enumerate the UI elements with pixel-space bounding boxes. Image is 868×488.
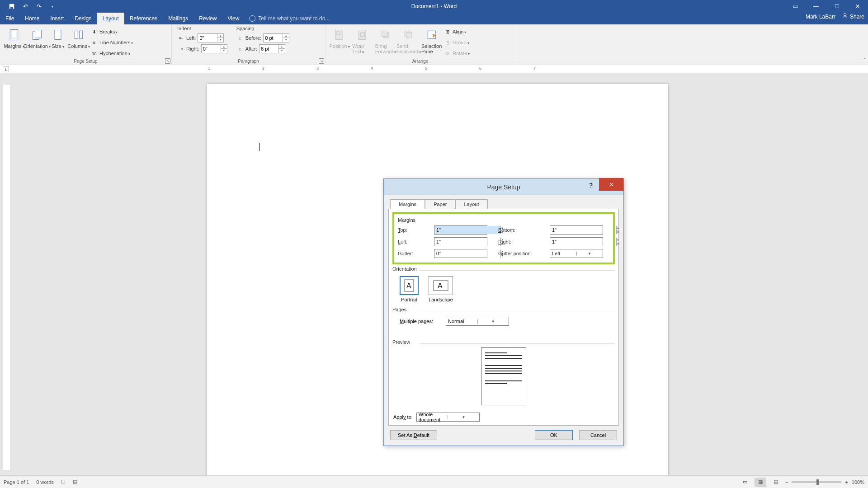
breaks-button[interactable]: ⬇Breaks bbox=[90, 27, 133, 37]
zoom-level[interactable]: 100% bbox=[852, 479, 864, 485]
portrait-option[interactable]: A Portrait bbox=[400, 276, 419, 302]
save-icon[interactable] bbox=[8, 3, 15, 10]
indent-left-input[interactable]: ▲▼ bbox=[198, 33, 224, 42]
minimize-icon[interactable]: — bbox=[806, 0, 826, 13]
undo-icon[interactable]: ↶ bbox=[22, 3, 29, 10]
top-margin-input[interactable]: ▲▼ bbox=[434, 225, 487, 235]
preview-thumbnail bbox=[481, 347, 526, 405]
tab-references[interactable]: References bbox=[124, 13, 163, 24]
close-icon[interactable]: ✕ bbox=[599, 178, 623, 191]
tab-view[interactable]: View bbox=[222, 13, 245, 24]
size-icon bbox=[51, 28, 65, 42]
indent-header: Indent bbox=[177, 26, 227, 32]
tab-review[interactable]: Review bbox=[193, 13, 222, 24]
tab-file[interactable]: File bbox=[0, 13, 19, 24]
margins-button[interactable]: Margins bbox=[3, 26, 25, 49]
tab-design[interactable]: Design bbox=[69, 13, 97, 24]
spacing-after-label: After: bbox=[245, 46, 257, 52]
landscape-icon: A bbox=[429, 276, 453, 295]
page-setup-dialog-launcher[interactable]: ↘ bbox=[165, 58, 170, 64]
help-icon[interactable]: ? bbox=[585, 179, 597, 192]
spacing-after-input[interactable]: ▲▼ bbox=[259, 44, 285, 53]
svg-rect-12 bbox=[337, 32, 340, 35]
set-as-default-button[interactable]: Set As Default bbox=[390, 430, 437, 440]
left-margin-input[interactable]: ▲▼ bbox=[434, 237, 487, 246]
tab-home[interactable]: Home bbox=[19, 13, 45, 24]
svg-rect-2 bbox=[10, 7, 13, 9]
tell-me-search[interactable]: Tell me what you want to do... bbox=[245, 13, 330, 24]
size-label: Size bbox=[52, 43, 64, 49]
tab-selector[interactable]: L bbox=[3, 66, 9, 72]
read-mode-icon[interactable]: ▭ bbox=[739, 478, 751, 487]
tab-insert[interactable]: Insert bbox=[45, 13, 69, 24]
send-backward-button: Send Backward bbox=[397, 26, 420, 54]
right-margin-input[interactable]: ▲▼ bbox=[550, 237, 603, 246]
print-layout-icon[interactable]: ▦ bbox=[755, 478, 766, 487]
maximize-icon[interactable]: ☐ bbox=[826, 0, 847, 13]
multiple-pages-dropdown[interactable]: Normal▼ bbox=[446, 317, 509, 326]
cancel-button[interactable]: Cancel bbox=[579, 430, 617, 440]
user-name[interactable]: Mark LaBarr bbox=[806, 14, 835, 20]
text-cursor bbox=[259, 143, 260, 151]
group-label: Group bbox=[453, 40, 469, 45]
web-layout-icon[interactable]: ▤ bbox=[770, 478, 782, 487]
group-objects-button: ⊡Group bbox=[443, 38, 470, 47]
zoom-slider[interactable] bbox=[792, 481, 841, 483]
tab-layout[interactable]: Layout bbox=[97, 13, 124, 24]
tab-mailings[interactable]: Mailings bbox=[163, 13, 193, 24]
horizontal-ruler[interactable]: 1 2 3 4 5 6 7 bbox=[163, 66, 660, 73]
ribbon-display-icon[interactable]: ▭ bbox=[785, 0, 806, 13]
svg-rect-14 bbox=[361, 33, 365, 37]
dialog-titlebar[interactable]: Page Setup ? ✕ bbox=[384, 179, 623, 195]
redo-icon[interactable]: ↷ bbox=[35, 3, 42, 10]
svg-text:A: A bbox=[438, 282, 443, 290]
tab-paper[interactable]: Paper bbox=[425, 199, 455, 209]
word-count[interactable]: 0 words bbox=[36, 479, 54, 485]
macro-icon[interactable]: ▤ bbox=[73, 479, 77, 485]
landscape-option[interactable]: A Landscape bbox=[429, 276, 453, 302]
share-button[interactable]: Share bbox=[842, 13, 864, 20]
spell-check-icon[interactable]: ☐ bbox=[61, 479, 66, 485]
size-button[interactable]: Size bbox=[49, 26, 67, 49]
ribbon-tabs: File Home Insert Design Layout Reference… bbox=[0, 13, 868, 24]
rotate-label: Rotate bbox=[453, 51, 470, 56]
indent-right-icon: ⇥ bbox=[177, 45, 184, 52]
portrait-icon: A bbox=[400, 276, 419, 295]
align-button[interactable]: ⊞Align bbox=[443, 27, 470, 37]
svg-point-3 bbox=[844, 14, 846, 16]
bottom-margin-input[interactable]: ▲▼ bbox=[550, 225, 603, 235]
tab-margins[interactable]: Margins bbox=[390, 199, 425, 209]
columns-button[interactable]: Columns bbox=[67, 26, 90, 49]
ruler-bar: L 1 2 3 4 5 6 7 bbox=[0, 65, 868, 73]
page-count[interactable]: Page 1 of 1 bbox=[4, 479, 29, 485]
bring-forward-button: Bring Forward bbox=[374, 26, 397, 54]
paragraph-dialog-launcher[interactable]: ↘ bbox=[319, 58, 324, 64]
close-window-icon[interactable]: ✕ bbox=[847, 0, 868, 13]
breaks-label: Breaks bbox=[99, 29, 118, 34]
hyphenation-button[interactable]: bcHyphenation bbox=[90, 48, 133, 58]
gutter-label: Gutter: bbox=[398, 251, 423, 256]
gutter-position-label: Gutter position: bbox=[498, 251, 539, 256]
orientation-icon bbox=[30, 28, 44, 42]
pages-section-title: Pages bbox=[392, 307, 615, 312]
line-numbers-button[interactable]: ≡Line Numbers bbox=[90, 38, 133, 47]
margins-section-title: Margins bbox=[398, 217, 609, 223]
gutter-input[interactable]: ▲▼ bbox=[434, 249, 487, 258]
selection-pane-button[interactable]: Selection Pane bbox=[420, 26, 443, 54]
apply-to-dropdown[interactable]: Whole document▼ bbox=[416, 413, 480, 422]
tab-layout-dlg[interactable]: Layout bbox=[455, 199, 487, 209]
gutter-position-dropdown[interactable]: Left▼ bbox=[550, 249, 603, 258]
group-paragraph: Indent ⇤Left:▲▼ ⇥Right:▲▼ Spacing ↕Befor… bbox=[172, 24, 326, 65]
wrap-text-icon bbox=[355, 28, 370, 42]
orientation-button[interactable]: Orientation bbox=[26, 26, 48, 49]
spacing-before-icon: ↕ bbox=[236, 34, 244, 42]
qat-customize-icon[interactable]: ▾ bbox=[49, 3, 56, 10]
line-numbers-label: Line Numbers bbox=[99, 40, 133, 45]
zoom-in-icon[interactable]: + bbox=[845, 479, 848, 485]
zoom-out-icon[interactable]: − bbox=[785, 479, 788, 485]
vertical-ruler[interactable] bbox=[3, 84, 11, 471]
spacing-before-input[interactable]: ▲▼ bbox=[263, 33, 289, 42]
ok-button[interactable]: OK bbox=[535, 430, 573, 440]
indent-right-input[interactable]: ▲▼ bbox=[201, 44, 227, 53]
collapse-ribbon-icon[interactable]: ˆ bbox=[864, 58, 865, 63]
